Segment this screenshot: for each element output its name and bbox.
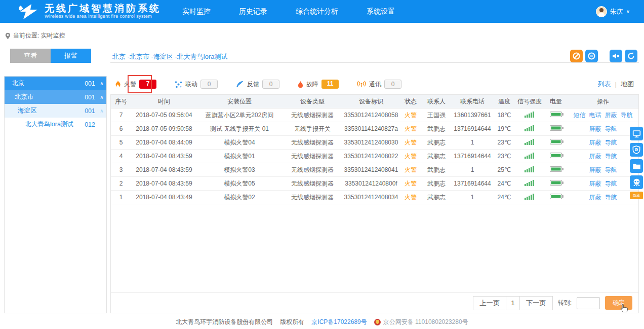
row-action-link[interactable]: 导航 bbox=[621, 111, 633, 120]
row-action-link[interactable]: 电话 bbox=[589, 111, 601, 120]
prev-page-button[interactable]: 上一页 bbox=[473, 296, 506, 310]
row-action-link[interactable]: 屏蔽 bbox=[589, 152, 601, 161]
row-action-link[interactable]: 屏蔽 bbox=[589, 179, 601, 188]
cell-signal bbox=[515, 138, 544, 147]
col-phone: 联系电话 bbox=[451, 97, 494, 106]
filter-fault[interactable]: 故障 11 bbox=[298, 80, 339, 89]
brand: 无线广域智慧消防系统 Wireless wide area intelligen… bbox=[45, 4, 161, 19]
linkage-icon bbox=[175, 81, 182, 88]
cell-device-id: 3353012412408034 bbox=[343, 194, 399, 201]
tree-item-lora-test[interactable]: 北大青鸟lora测试 012 bbox=[5, 118, 106, 131]
logo-icon bbox=[17, 4, 39, 20]
hazard-panel-button[interactable] bbox=[630, 175, 643, 189]
battery-icon bbox=[550, 166, 562, 172]
row-action-link[interactable]: 屏蔽 bbox=[589, 193, 601, 202]
row-action-link[interactable]: 屏蔽 bbox=[589, 125, 601, 133]
tab-alarm[interactable]: 报警 bbox=[51, 49, 91, 63]
cell-battery bbox=[544, 139, 568, 146]
cell-device-type: 无线感烟探测器 bbox=[282, 138, 343, 147]
filter-fire[interactable]: 火警 7 bbox=[114, 80, 156, 89]
cell-device-id: 335301141240827a bbox=[343, 125, 399, 132]
cell-phone: 13716914644 bbox=[451, 180, 494, 187]
cell-actions: 屏蔽导航 bbox=[568, 179, 638, 188]
page-number-button[interactable]: 1 bbox=[506, 296, 519, 310]
mute-button[interactable] bbox=[610, 50, 622, 62]
chevron-up-icon[interactable]: ∧ bbox=[97, 81, 106, 86]
row-action-link[interactable]: 导航 bbox=[605, 193, 617, 202]
table-row: 32018-07-04 08:43:59模拟火警03无线感烟探测器3353012… bbox=[111, 163, 638, 177]
nav-realtime-monitor[interactable]: 实时监控 bbox=[182, 7, 211, 16]
col-seq: 序号 bbox=[111, 97, 131, 106]
cell-contact: 王国强 bbox=[422, 111, 451, 120]
divider: | bbox=[615, 81, 617, 88]
row-action-link[interactable]: 短信 bbox=[574, 111, 586, 120]
monitor-panel-button[interactable] bbox=[630, 127, 643, 140]
nav-settings[interactable]: 系统设置 bbox=[367, 7, 395, 16]
filter-comm[interactable]: 通讯 0 bbox=[357, 80, 401, 89]
refresh-button[interactable] bbox=[625, 50, 637, 62]
cell-time: 2018-07-04 08:43:59 bbox=[131, 166, 197, 173]
cell-device-id: 3353012412408022 bbox=[343, 153, 399, 160]
row-action-link[interactable]: 屏蔽 bbox=[589, 166, 601, 174]
tree-item-beijing-city[interactable]: 北京市 001 ∧ bbox=[5, 90, 106, 104]
view-map-link[interactable]: 地图 bbox=[621, 80, 634, 89]
minus-circle-button[interactable] bbox=[585, 50, 598, 62]
cell-contact: 武鹏志 bbox=[422, 125, 451, 133]
row-action-link[interactable]: 导航 bbox=[605, 152, 617, 161]
tree-item-haidian[interactable]: 海淀区 001 ∧ bbox=[5, 104, 106, 118]
footer-police: 京公网安备 11010802023280号 bbox=[374, 318, 468, 326]
cell-location: 模拟火警05 bbox=[197, 179, 282, 188]
tree-item-beijing[interactable]: 北京 001 ∧ bbox=[5, 77, 106, 90]
col-status: 状态 bbox=[399, 97, 422, 106]
col-contact: 联系人 bbox=[422, 97, 451, 106]
row-action-link[interactable]: 导航 bbox=[605, 138, 617, 147]
cell-phone: 1 bbox=[451, 139, 494, 146]
filter-count-badge: 0 bbox=[200, 80, 218, 89]
security-panel-button[interactable] bbox=[630, 143, 643, 157]
flame-icon bbox=[114, 80, 121, 88]
goto-page-input[interactable] bbox=[577, 297, 600, 309]
cell-time: 2018-07-04 08:44:09 bbox=[131, 139, 197, 146]
filter-feedback[interactable]: 反馈 0 bbox=[236, 80, 279, 89]
row-action-link[interactable]: 导航 bbox=[605, 166, 617, 174]
alarm-toolbar bbox=[570, 50, 637, 62]
filter-linkage[interactable]: 联动 0 bbox=[175, 80, 218, 89]
cell-status: 火警 bbox=[399, 193, 422, 202]
row-action-link[interactable]: 导航 bbox=[605, 179, 617, 188]
nav-statistics[interactable]: 综合统计分析 bbox=[296, 7, 338, 16]
chevron-up-icon[interactable]: ∧ bbox=[97, 108, 106, 114]
tab-view[interactable]: 查看 bbox=[10, 49, 51, 63]
goto-label: 转到: bbox=[558, 299, 572, 307]
row-action-link[interactable]: 屏蔽 bbox=[605, 111, 617, 120]
signal-strength-icon bbox=[525, 193, 535, 200]
tree-item-label: 北京市 bbox=[15, 93, 85, 101]
chevron-up-icon[interactable]: ∧ bbox=[97, 94, 106, 100]
view-list-link[interactable]: 列表 bbox=[598, 80, 611, 89]
table-row: 22018-07-04 08:43:59模拟火警05无线感烟探测器3353012… bbox=[111, 177, 638, 191]
confirm-button[interactable]: 确定 bbox=[605, 296, 632, 310]
main-panel: 火警 7 联动 0 反馈 0 故障 11 通讯 0 列表 | 地图 bbox=[110, 75, 639, 313]
cell-seq: 4 bbox=[111, 153, 131, 160]
footer-icp-link[interactable]: 京ICP备17022689号 bbox=[311, 318, 367, 326]
cell-battery bbox=[544, 153, 568, 160]
signal-strength-icon bbox=[525, 166, 535, 172]
row-action-link[interactable]: 导航 bbox=[605, 125, 617, 133]
ban-button[interactable] bbox=[570, 50, 583, 62]
cell-signal bbox=[515, 111, 544, 119]
tree-item-count: 001 bbox=[85, 107, 95, 115]
avatar bbox=[596, 6, 607, 17]
cell-seq: 1 bbox=[111, 194, 131, 201]
folder-icon bbox=[632, 163, 641, 170]
chevron-down-icon: ∨ bbox=[626, 9, 630, 14]
files-panel-button[interactable] bbox=[630, 159, 643, 173]
next-page-button[interactable]: 下一页 bbox=[519, 296, 553, 310]
breadcrumb: 当前位置: 实时监控 bbox=[5, 31, 65, 40]
battery-icon bbox=[550, 180, 562, 186]
feedback-icon bbox=[236, 81, 244, 88]
user-menu[interactable]: 朱庆 ∨ bbox=[596, 6, 630, 17]
nav-history[interactable]: 历史记录 bbox=[239, 7, 267, 16]
user-name: 朱庆 bbox=[610, 7, 623, 16]
row-action-link[interactable]: 屏蔽 bbox=[589, 138, 601, 147]
cell-status: 火警 bbox=[399, 125, 422, 133]
collapse-tag[interactable]: 隐藏 bbox=[630, 192, 643, 199]
